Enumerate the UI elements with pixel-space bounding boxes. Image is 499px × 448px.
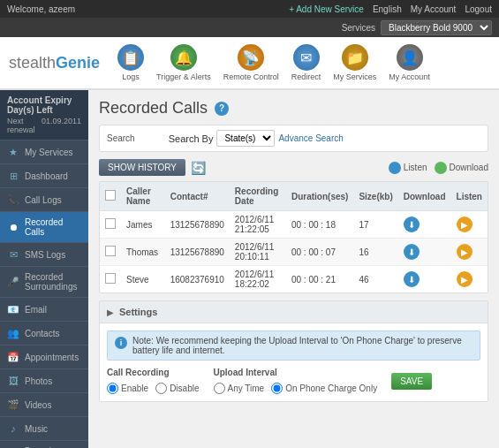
download-icon[interactable]: ⬇ xyxy=(404,271,420,287)
disable-radio[interactable]: Disable xyxy=(155,383,199,394)
table-header-row: Caller Name Contact# Recording Date Dura… xyxy=(100,182,488,211)
nav-icons: 📋 Logs 🔔 Trigger & Alerts 📡 Remote Contr… xyxy=(117,44,430,81)
save-button[interactable]: SAVE xyxy=(391,373,432,390)
upload-interval-group: Upload Interval Any Time On Phone Charge… xyxy=(214,368,378,394)
row-contact: 16082376910 xyxy=(165,266,230,293)
sidebar-item-dashboard[interactable]: ⊞ Dashboard xyxy=(0,164,88,188)
settings-section: ▶ Settings i Note: We recommend keeping … xyxy=(99,300,488,402)
advance-search-link[interactable]: Advance Search xyxy=(278,133,343,143)
logo-genie: Genie xyxy=(56,54,100,72)
nav-redirect[interactable]: ✉ Redirect xyxy=(291,44,321,81)
refresh-icon[interactable]: 🔄 xyxy=(191,161,206,175)
call-logs-icon: 📞 xyxy=(7,194,19,206)
add-service-link[interactable]: + Add New Service xyxy=(289,4,364,14)
row-recording-date: 2012/6/11 21:22:05 xyxy=(230,211,286,239)
search-by-label: Search By xyxy=(169,133,214,144)
row-duration: 00 : 00 : 18 xyxy=(286,211,353,239)
row-download-cell: ⬇ xyxy=(398,239,451,266)
th-contact: Contact# xyxy=(165,182,230,211)
row-checkbox-cell xyxy=(100,239,121,266)
help-icon[interactable]: ? xyxy=(215,102,229,116)
nav-myaccount[interactable]: 👤 My Account xyxy=(389,44,430,81)
row-checkbox-cell xyxy=(100,211,121,239)
listen-play-icon[interactable]: ▶ xyxy=(457,244,473,260)
th-duration: Duration(ses) xyxy=(286,182,353,211)
th-recording-date: Recording Date xyxy=(230,182,286,211)
row-recording-date: 2012/6/11 20:10:11 xyxy=(230,239,286,266)
row-download-cell: ⬇ xyxy=(398,266,451,293)
table-row: James 13125678890 2012/6/11 21:22:05 00 … xyxy=(100,211,488,239)
top-bar-actions: + Add New Service English My Account Log… xyxy=(289,4,492,14)
row-checkbox[interactable] xyxy=(105,246,116,256)
row-download-cell: ⬇ xyxy=(398,211,451,239)
listen-play-icon[interactable]: ▶ xyxy=(457,271,473,287)
logo-stealth: stealth xyxy=(9,54,56,72)
download-circle-icon xyxy=(435,162,447,174)
remote-icon: 📡 xyxy=(238,44,264,71)
row-contact: 13125678890 xyxy=(165,239,230,266)
row-listen-cell: ▶ xyxy=(451,239,488,266)
show-history-button[interactable]: SHOW HISTORY xyxy=(99,159,185,176)
sidebar-item-photos[interactable]: 🖼 Photos xyxy=(0,369,88,393)
account-info: Account Expiry Day(s) Left Next renewal … xyxy=(0,90,88,140)
header: stealthGenie 📋 Logs 🔔 Trigger & Alerts 📡… xyxy=(0,37,499,90)
nav-trigger[interactable]: 🔔 Trigger & Alerts xyxy=(156,44,211,81)
settings-header[interactable]: ▶ Settings xyxy=(100,301,488,323)
sidebar-item-call-logs[interactable]: 📞 Call Logs xyxy=(0,188,88,212)
recorded-surroundings-icon: 🎤 xyxy=(7,276,19,288)
info-icon: i xyxy=(115,337,127,349)
sidebar-item-sms-logs[interactable]: ✉ SMS Logs xyxy=(0,243,88,267)
sidebar-item-email[interactable]: 📧 Email xyxy=(0,298,88,322)
row-checkbox[interactable] xyxy=(105,218,116,229)
row-caller-name: Steve xyxy=(121,266,165,293)
listen-play-icon[interactable]: ▶ xyxy=(457,216,473,232)
sidebar: Account Expiry Day(s) Left Next renewal … xyxy=(0,90,88,448)
nav-logs[interactable]: 📋 Logs xyxy=(117,44,144,81)
sidebar-item-browsing-history[interactable]: 🌐 Browsing History xyxy=(0,441,88,448)
any-time-radio[interactable]: Any Time xyxy=(214,383,265,394)
download-icon[interactable]: ⬇ xyxy=(404,244,420,260)
language-link[interactable]: English xyxy=(373,4,402,14)
sidebar-item-recorded-calls[interactable]: ⏺ Recorded Calls xyxy=(0,212,88,243)
sidebar-item-recorded-surroundings[interactable]: 🎤 Recorded Surroundings xyxy=(0,267,88,298)
download-btn: Download xyxy=(435,162,488,174)
calls-table-container: Caller Name Contact# Recording Date Dura… xyxy=(99,181,488,293)
row-checkbox[interactable] xyxy=(105,273,116,284)
search-bar: Search Search By State(s) Advance Search xyxy=(99,125,488,152)
enable-radio[interactable]: Enable xyxy=(107,383,148,394)
page-header: Recorded Calls ? xyxy=(99,99,488,118)
row-size: 46 xyxy=(353,266,397,293)
top-bar: Welcome, azeem + Add New Service English… xyxy=(0,0,499,18)
logs-icon: 📋 xyxy=(117,44,144,71)
nav-remote[interactable]: 📡 Remote Control xyxy=(223,44,279,81)
call-recording-radio-group: Enable Disable xyxy=(107,383,200,394)
table-row: Steve 16082376910 2012/6/11 18:22:02 00 … xyxy=(100,266,488,293)
listen-circle-icon xyxy=(389,162,401,174)
sidebar-item-contacts[interactable]: 👥 Contacts xyxy=(0,322,88,345)
calls-table: Caller Name Contact# Recording Date Dura… xyxy=(100,182,488,292)
myservices-icon: 📁 xyxy=(342,44,368,71)
search-by-select[interactable]: State(s) xyxy=(216,130,275,147)
sidebar-item-my-services[interactable]: ★ My Services xyxy=(0,140,88,164)
logout-link[interactable]: Logout xyxy=(465,4,492,14)
recorded-calls-icon: ⏺ xyxy=(7,221,19,233)
settings-title: Settings xyxy=(119,307,157,317)
listen-btn: Listen xyxy=(389,162,427,174)
sidebar-item-music[interactable]: ♪ Music xyxy=(0,417,88,441)
photos-icon: 🖼 xyxy=(7,375,19,387)
on-phone-charge-radio[interactable]: On Phone Charge Only xyxy=(271,383,377,394)
services-label: Services xyxy=(342,23,375,33)
services-select[interactable]: Blackberry Bold 9000 xyxy=(381,20,492,35)
my-account-link[interactable]: My Account xyxy=(411,4,457,14)
sidebar-item-appointments[interactable]: 📅 Appointments xyxy=(0,345,88,369)
upload-interval-label: Upload Interval xyxy=(214,368,378,377)
download-icon[interactable]: ⬇ xyxy=(404,216,420,232)
music-icon: ♪ xyxy=(7,422,19,435)
nav-myservices[interactable]: 📁 My Services xyxy=(333,44,376,81)
sidebar-item-videos[interactable]: 🎬 Videos xyxy=(0,393,88,417)
toolbar: SHOW HISTORY 🔄 Listen Download xyxy=(99,159,488,176)
row-listen-cell: ▶ xyxy=(451,211,488,239)
row-duration: 00 : 00 : 21 xyxy=(286,266,353,293)
table-row: Thomas 13125678890 2012/6/11 20:10:11 00… xyxy=(100,239,488,266)
th-checkbox xyxy=(100,182,121,211)
